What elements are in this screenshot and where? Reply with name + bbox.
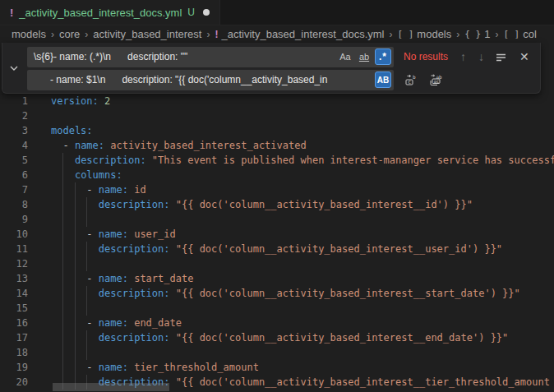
replace-icon: b c bbox=[404, 73, 418, 86]
toggle-replace-button[interactable] bbox=[2, 43, 25, 93]
next-match-button[interactable]: ↓ bbox=[478, 51, 484, 62]
breadcrumb-symbol-models[interactable]: [ ]models bbox=[397, 28, 451, 40]
previous-match-button[interactable]: ↑ bbox=[460, 51, 466, 62]
code-line[interactable]: 5 description: "This event is published … bbox=[0, 153, 554, 168]
line-number: 17 bbox=[0, 330, 28, 345]
replace-button[interactable]: b c bbox=[404, 73, 418, 86]
code-text: description: "{{ doc('column__activity_b… bbox=[51, 286, 520, 301]
breadcrumb-separator-icon: › bbox=[85, 29, 88, 40]
line-number: 3 bbox=[0, 123, 28, 138]
replace-all-button[interactable]: ab ac bbox=[428, 73, 442, 86]
regex-button[interactable]: .* bbox=[375, 48, 391, 65]
breadcrumb-separator-icon: › bbox=[456, 29, 459, 40]
code-text: description: "{{ doc('column__activity_b… bbox=[51, 242, 502, 256]
indent-guide bbox=[62, 345, 63, 360]
replace-value-text: - name: $1\n description: "{{ doc('colum… bbox=[27, 74, 327, 85]
code-text: models: bbox=[51, 123, 93, 138]
code-text: - name: activity_based_interest_activate… bbox=[51, 138, 307, 153]
find-query-text: \s{6}- name: (.*)\n description: "" bbox=[27, 51, 187, 62]
code-line[interactable]: 2 bbox=[0, 108, 554, 123]
line-number: 18 bbox=[0, 345, 28, 360]
line-number: 12 bbox=[0, 256, 28, 271]
yaml-file-icon: ! bbox=[215, 29, 218, 40]
breadcrumb-file[interactable]: !_activity_based_interest_docs.yml bbox=[215, 28, 384, 40]
indent-guide bbox=[86, 345, 87, 360]
breadcrumb-separator-icon: › bbox=[495, 29, 498, 40]
svg-text:c: c bbox=[408, 79, 411, 85]
code-line[interactable]: 6 columns: bbox=[0, 168, 554, 182]
line-number: 5 bbox=[0, 153, 28, 168]
breadcrumb-folder-models[interactable]: models bbox=[12, 28, 46, 40]
indent-guide bbox=[62, 301, 63, 316]
line-number: 4 bbox=[0, 138, 28, 153]
code-line[interactable]: 15 bbox=[0, 301, 554, 316]
code-line[interactable]: 19 - name: tier_threshold_amount bbox=[0, 360, 554, 375]
indent-guide bbox=[75, 212, 76, 227]
code-line[interactable]: 7 - name: id bbox=[0, 182, 554, 197]
breadcrumb: models›core›activity_based_interest›!_ac… bbox=[0, 25, 554, 43]
replace-input[interactable]: - name: $1\n description: "{{ doc('colum… bbox=[27, 70, 394, 90]
find-input[interactable]: \s{6}- name: (.*)\n description: "" Aa a… bbox=[27, 47, 394, 67]
find-replace-widget: \s{6}- name: (.*)\n description: "" Aa a… bbox=[2, 43, 541, 94]
symbol-array-icon: [ ] bbox=[397, 29, 413, 39]
indent-guide bbox=[86, 301, 87, 316]
breadcrumb-separator-icon: › bbox=[51, 29, 54, 40]
tab-activity-based-interest-docs[interactable]: ! _activity_based_interest_docs.yml U bbox=[0, 0, 220, 25]
vscode-window: ! _activity_based_interest_docs.yml U mo… bbox=[0, 0, 554, 392]
close-find-button[interactable]: ✕ bbox=[519, 51, 529, 62]
selection-lines-icon bbox=[495, 51, 507, 63]
line-number: 10 bbox=[0, 227, 28, 242]
code-text: - name: end_date bbox=[51, 316, 182, 330]
indent-guide bbox=[75, 256, 76, 271]
code-text: - name: start_date bbox=[51, 271, 193, 286]
code-text: description: "This event is published wh… bbox=[51, 153, 554, 168]
code-line[interactable]: 4 - name: activity_based_interest_activa… bbox=[0, 138, 554, 153]
indent-guide bbox=[75, 345, 76, 360]
line-number: 11 bbox=[0, 242, 28, 256]
unsaved-changes-dot-icon[interactable] bbox=[203, 9, 210, 16]
indent-guide bbox=[86, 256, 87, 271]
code-line[interactable]: 10 - name: user_id bbox=[0, 227, 554, 242]
line-number: 1 bbox=[0, 94, 28, 108]
code-line[interactable]: 13 - name: start_date bbox=[0, 271, 554, 286]
breadcrumb-folder-core[interactable]: core bbox=[59, 28, 80, 40]
code-line[interactable]: 1version: 2 bbox=[0, 94, 554, 108]
code-line[interactable]: 12 bbox=[0, 256, 554, 271]
breadcrumb-symbol-1[interactable]: { }1 bbox=[464, 28, 490, 40]
line-number: 14 bbox=[0, 286, 28, 301]
horizontal-scrollbar[interactable] bbox=[53, 383, 169, 391]
code-line[interactable]: 3models: bbox=[0, 123, 554, 138]
code-text: - name: tier_threshold_amount bbox=[51, 360, 259, 375]
svg-text:b: b bbox=[413, 74, 416, 80]
git-status-badge: U bbox=[187, 7, 195, 18]
match-case-button[interactable]: Aa bbox=[337, 48, 353, 65]
code-text: version: 2 bbox=[51, 94, 110, 108]
code-line[interactable]: 9 bbox=[0, 212, 554, 227]
symbol-object-icon: { } bbox=[464, 29, 481, 39]
code-line[interactable]: 8 description: "{{ doc('column__activity… bbox=[0, 197, 554, 212]
line-number: 15 bbox=[0, 301, 28, 316]
code-line[interactable]: 11 description: "{{ doc('column__activit… bbox=[0, 242, 554, 256]
code-text: columns: bbox=[51, 168, 122, 182]
indent-guide bbox=[62, 212, 63, 227]
line-number: 8 bbox=[0, 197, 28, 212]
breadcrumb-folder-activity-based-interest[interactable]: activity_based_interest bbox=[93, 28, 201, 40]
find-row: \s{6}- name: (.*)\n description: "" Aa a… bbox=[27, 46, 535, 67]
code-line[interactable]: 16 - name: end_date bbox=[0, 316, 554, 330]
code-line[interactable]: 18 bbox=[0, 345, 554, 360]
code-text: description: "{{ doc('column__activity_b… bbox=[51, 197, 473, 212]
chevron-down-icon bbox=[9, 63, 19, 73]
indent-guide bbox=[86, 212, 87, 227]
whole-word-button[interactable]: ab bbox=[356, 48, 372, 65]
find-in-selection-button[interactable] bbox=[495, 51, 507, 63]
breadcrumb-symbol-columns[interactable]: [ ]col bbox=[503, 28, 537, 40]
line-number: 6 bbox=[0, 168, 28, 182]
preserve-case-button[interactable]: AB bbox=[375, 71, 391, 88]
replace-row: - name: $1\n description: "{{ doc('colum… bbox=[27, 69, 535, 90]
code-text: description: "{{ doc('column__activity_b… bbox=[51, 330, 508, 345]
indent-guide bbox=[75, 301, 76, 316]
line-number: 19 bbox=[0, 360, 28, 375]
code-line[interactable]: 14 description: "{{ doc('column__activit… bbox=[0, 286, 554, 301]
editor[interactable]: 1version: 223models:4 - name: activity_b… bbox=[0, 43, 554, 392]
code-line[interactable]: 17 description: "{{ doc('column__activit… bbox=[0, 330, 554, 345]
